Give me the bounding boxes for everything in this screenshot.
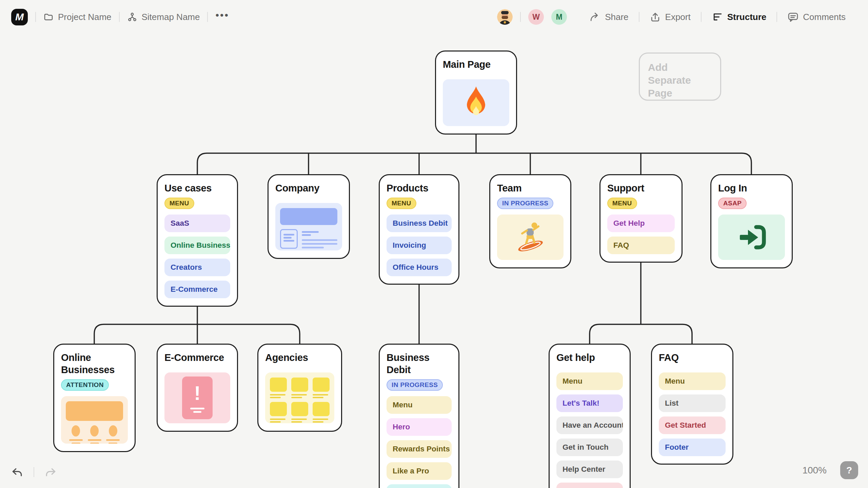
section-block[interactable]: Online Businesses: [164, 237, 230, 254]
status-badge[interactable]: IN PROGRESS: [497, 198, 553, 209]
section-block[interactable]: SaaS: [164, 215, 230, 232]
divider: [35, 12, 36, 22]
thumbnail-panel: [265, 372, 334, 423]
undo-button[interactable]: [11, 466, 23, 478]
canvas-controls: 100% ?: [802, 461, 858, 479]
section-block[interactable]: Menu: [387, 396, 452, 414]
card-title: FAQ: [659, 351, 726, 364]
section-list: SaaSOnline BusinessesCreatorsE-Commerce: [164, 215, 230, 298]
card-title: Team: [497, 182, 564, 194]
section-block[interactable]: E-Commerce: [164, 281, 230, 298]
thumbnail-panel: [443, 79, 509, 126]
thumbnail-panel: [275, 203, 342, 250]
app-logo[interactable]: M: [11, 9, 28, 25]
add-separate-page-placeholder[interactable]: Add Separate Page: [639, 53, 721, 101]
page-card-faq[interactable]: FAQMenuListGet StartedFooter: [651, 344, 733, 465]
section-list: MenuListGet StartedFooter: [659, 372, 726, 456]
share-icon: [589, 12, 600, 23]
section-block[interactable]: Get Help: [607, 215, 675, 232]
section-block[interactable]: Menu: [556, 372, 623, 390]
collaborator-avatar[interactable]: W: [528, 9, 544, 25]
status-badge[interactable]: IN PROGRESS: [387, 379, 443, 391]
section-block[interactable]: Menu: [659, 372, 726, 390]
page-card-main-page[interactable]: Main Page: [435, 50, 517, 135]
wireframe-line: [302, 239, 337, 241]
section-block[interactable]: Hero: [387, 418, 452, 436]
status-badge[interactable]: MENU: [607, 198, 637, 209]
user-avatar-photo[interactable]: [497, 9, 513, 25]
person-block: [86, 425, 102, 444]
section-block[interactable]: FAQ: [607, 237, 675, 254]
page-card-e-commerce[interactable]: E-Commerce !: [157, 344, 238, 432]
status-badge[interactable]: MENU: [164, 198, 194, 209]
export-button[interactable]: Export: [650, 12, 691, 23]
section-block[interactable]: Business Debit: [387, 215, 452, 232]
page-card-business-debit[interactable]: Business DebitIN PROGRESSMenuHeroRewards…: [379, 344, 459, 488]
person-block: [105, 425, 121, 444]
thumbnail-panel: !: [164, 372, 230, 423]
section-block[interactable]: Have an Account?: [556, 416, 623, 434]
page-card-get-help[interactable]: Get helpMenuLet's Talk!Have an Account?G…: [549, 344, 631, 488]
section-block[interactable]: Footer: [659, 439, 726, 456]
structure-button[interactable]: Structure: [712, 12, 767, 23]
card-title: Business Debit: [387, 351, 452, 376]
surfer-emoji: [513, 220, 548, 255]
status-badge[interactable]: MENU: [387, 198, 416, 209]
thumbnail-panel: [718, 215, 785, 260]
card-title: Get help: [556, 351, 623, 364]
status-badge[interactable]: ATTENTION: [61, 379, 109, 391]
more-options-button[interactable]: •••: [215, 10, 229, 24]
gallery-cell: [313, 402, 330, 423]
card-title: Products: [387, 182, 452, 194]
wireframe-line: [302, 231, 319, 233]
section-block[interactable]: Get Started: [556, 483, 623, 488]
export-icon: [650, 12, 661, 23]
gallery-cell: [270, 402, 287, 423]
wireframe-line: [302, 247, 324, 248]
page-card-online-businesses[interactable]: Online BusinessesATTENTION: [53, 344, 136, 452]
gallery-cell: [270, 378, 287, 398]
zoom-level-label: 100%: [802, 465, 827, 476]
sitemap-canvas: Main Page Use casesMENUSaaSOnline Busine…: [0, 0, 868, 488]
section-block[interactable]: Office Hours: [387, 259, 452, 276]
divider: [207, 12, 208, 22]
page-card-support[interactable]: SupportMENUGet HelpFAQ: [599, 174, 683, 263]
share-label: Share: [605, 12, 628, 22]
section-block[interactable]: Let's Talk!: [556, 394, 623, 412]
folder-icon: [43, 12, 54, 22]
divider: [119, 12, 120, 22]
section-block[interactable]: Best-in-class Red...: [387, 484, 452, 488]
sitemap-name-button[interactable]: Sitemap Name: [127, 12, 200, 22]
page-card-use-cases[interactable]: Use casesMENUSaaSOnline BusinessesCreato…: [157, 174, 238, 307]
section-block[interactable]: Creators: [164, 259, 230, 276]
section-block[interactable]: List: [659, 394, 726, 412]
wireframe-line: [283, 240, 294, 242]
status-badge[interactable]: ASAP: [718, 198, 747, 209]
section-block[interactable]: Invoicing: [387, 237, 452, 254]
card-title: Support: [607, 182, 675, 194]
divider: [639, 12, 639, 22]
section-block[interactable]: Rewards Points: [387, 440, 452, 458]
sitemap-name-label: Sitemap Name: [142, 12, 200, 22]
section-block[interactable]: Help Center: [556, 461, 623, 478]
page-card-log-in[interactable]: Log InASAP: [710, 174, 793, 268]
divider: [701, 12, 702, 22]
section-block[interactable]: Like a Pro: [387, 462, 452, 480]
page-card-products[interactable]: ProductsMENUBusiness DebitInvoicingOffic…: [379, 174, 459, 285]
section-block[interactable]: Get Started: [659, 416, 726, 434]
card-title: Use cases: [164, 182, 230, 194]
gallery-cell: [291, 402, 308, 423]
page-card-agencies[interactable]: Agencies: [257, 344, 342, 432]
toolbar-right-group: WM Share Export Structure Comments: [497, 0, 856, 34]
page-card-team[interactable]: TeamIN PROGRESS: [489, 174, 571, 268]
card-title: Log In: [718, 182, 785, 194]
section-list: Get HelpFAQ: [607, 215, 675, 254]
redo-button[interactable]: [45, 466, 57, 478]
collaborator-avatar[interactable]: M: [551, 9, 567, 25]
project-name-button[interactable]: Project Name: [43, 12, 112, 22]
help-button[interactable]: ?: [840, 461, 858, 479]
section-block[interactable]: Get in Touch: [556, 439, 623, 456]
comments-button[interactable]: Comments: [787, 12, 846, 23]
share-button[interactable]: Share: [589, 12, 628, 23]
page-card-company[interactable]: Company: [268, 174, 350, 259]
